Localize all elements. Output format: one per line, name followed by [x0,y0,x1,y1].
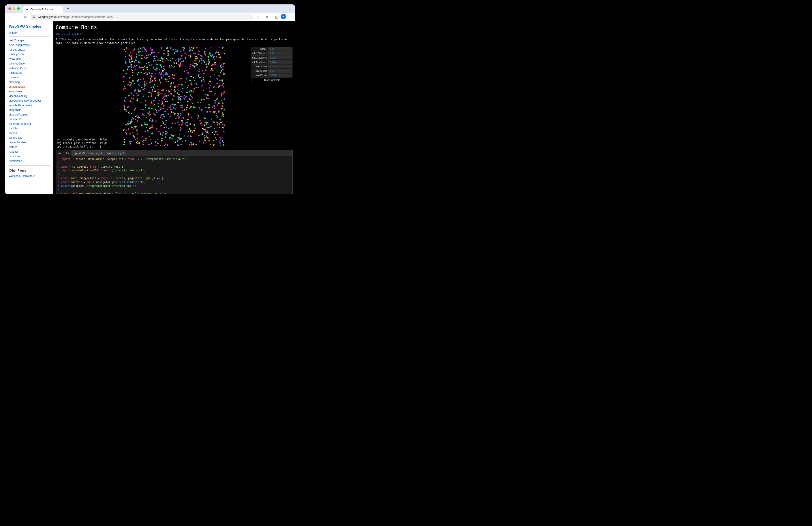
gui-value-input[interactable]: 0.1 [268,52,292,55]
gui-label: rule3Scale [251,74,268,76]
menu-kebab-icon[interactable]: ⋮ [287,14,293,20]
back-button[interactable]: ← [7,14,13,20]
url-domain: webgpu.github.io [38,15,60,18]
new-tab-button[interactable]: + [65,5,71,12]
sidebar-item-twoCubes[interactable]: twoCubes [9,57,20,60]
sidebar-item-A-buffer[interactable]: A-buffer [9,150,18,153]
sidebar-other-list: Workload Simulator ↗ [9,173,50,178]
extensions-icon[interactable]: ⧉ [264,14,270,20]
browser-tabstrip: 🗲 Compute Boids - WebGPU S × + ⌄ [5,4,295,13]
sidebar-other-heading: Other Pages [9,169,50,172]
gui-value-input[interactable]: 0.05 [268,69,292,73]
profile-avatar[interactable]: ● [281,14,286,19]
code-tabs: main.tsupdateSprites.wgslsprite.wgsl [56,151,292,156]
sidebar-item-particles[interactable]: particles [9,127,19,130]
sidebar-item-resizeCanvas[interactable]: resizeCanvas [9,48,25,51]
sidebar-item-animometer[interactable]: animometer [9,90,23,93]
sidebar: WebGPU Samples Github helloTrianglehello… [5,21,54,194]
sidebar-item-cubemap[interactable]: cubemap [9,81,20,84]
window-traffic-lights [8,7,21,10]
gui-label: rule2Scale [251,70,268,72]
sidepanel-icon[interactable]: ◫ [274,14,280,20]
code-area[interactable]: 1import { assert, makeSample, SampleInit… [56,156,292,194]
code-line: 4import updateSpritesWGSL from './update… [56,169,292,172]
sidebar-github-link[interactable]: Github [9,31,17,34]
sidebar-item-samplerParameters[interactable]: samplerParameters [9,104,32,107]
favicon-icon: 🗲 [26,8,29,11]
gui-row-rule2Scale[interactable]: rule2Scale0.05 [251,69,293,73]
sidebar-item-renderBundles[interactable]: renderBundles [9,141,26,144]
sidebar-item-normalMap[interactable]: normalMap [9,159,22,162]
sidebar-item-cameras[interactable]: cameras [9,76,19,79]
sidebar-item-computeBoids[interactable]: computeBoids [9,85,26,88]
dat-gui-panel: deltaT0.04rule1Distance0.1rule2Distance0… [251,47,293,82]
sidebar-item-imageBlur[interactable]: imageBlur [9,109,21,112]
sidebar-item-reversedZ[interactable]: reversedZ [9,118,21,121]
sidebar-item-fractalCube[interactable]: fractalCube [9,71,22,74]
code-line: 1import { assert, makeSample, SampleInit… [56,157,292,161]
code-tab-main.ts[interactable]: main.ts [56,151,72,156]
bookmark-star-icon[interactable]: ☆ [255,14,261,20]
gui-label: rule1Distance [251,52,268,55]
github-source-link[interactable]: See it on Github! [56,32,293,35]
window-minimize-icon[interactable] [13,7,15,10]
sidebar-item-texturedCube[interactable]: texturedCube [9,62,25,65]
gui-close-button[interactable]: Close Controls [251,78,293,82]
sidebar-item-videoUploadingWebCodecs[interactable]: videoUploadingWebCodecs [9,99,42,102]
gui-row-deltaT[interactable]: deltaT0.04 [251,47,293,51]
gui-row-rule1Scale[interactable]: rule1Scale0.02 [251,65,293,69]
code-tab-sprite.wgsl[interactable]: sprite.wgsl [105,151,127,156]
sidebar-item-Workload Simulator ↗[interactable]: Workload Simulator ↗ [9,174,35,177]
gui-label: rule3Distance [251,61,268,63]
code-line: 3import spriteWGSL from './sprite.wgsl'; [56,165,292,169]
boid-canvas [124,47,225,146]
code-line: 7 const adapter = await navigator.gpu.re… [56,181,292,184]
toolbar-right: ⧉ ◫ ● ⋮ [262,14,293,20]
tab-overflow-icon[interactable]: ⌄ [287,6,293,11]
browser-tab[interactable]: 🗲 Compute Boids - WebGPU S × [24,6,63,13]
url-path: /webgpu-samples/samples/computeBoids [60,15,113,18]
code-tab-updateSprites.wgsl[interactable]: updateSprites.wgsl [72,151,105,156]
sidebar-item-helloTriangle[interactable]: helloTriangle [9,39,24,42]
sidebar-item-instancedCube[interactable]: instancedCube [9,67,27,70]
forward-button[interactable]: → [15,14,21,20]
page-content: WebGPU Samples Github helloTrianglehello… [5,21,295,194]
gui-value-input[interactable]: 0.04 [268,47,292,51]
gui-value-input[interactable]: 0.02 [268,65,292,68]
sidebar-item-cornell[interactable]: cornell [9,132,17,135]
browser-toolbar: ← → ⟳ ⇄ webgpu.github.io/webgpu-samples/… [5,13,295,21]
sidebar-item-rotatingCube[interactable]: rotatingCube [9,53,24,56]
reload-button[interactable]: ⟳ [22,14,28,20]
main-panel: Compute Boids See it on Github! A GPU co… [54,21,295,194]
sidebar-item-worker[interactable]: worker [9,145,17,148]
gui-row-rule3Distance[interactable]: rule3Distance0.025 [251,60,293,65]
sidebar-item-helloTriangleMSAA[interactable]: helloTriangleMSAA [9,43,31,47]
canvas-region: deltaT0.04rule1Distance0.1rule2Distance0… [56,47,293,146]
window-close-icon[interactable] [9,7,11,10]
sidebar-item-gameOfLife[interactable]: gameOfLife [9,136,23,139]
sidebar-item-bitonicSort[interactable]: bitonicSort [9,155,21,158]
omnibox[interactable]: ⇄ webgpu.github.io/webgpu-samples/sample… [30,14,253,20]
sidebar-item-deferredRendering[interactable]: deferredRendering [9,122,31,125]
code-line: 6const init: SampleInit = async ({ canva… [56,176,292,180]
gui-label: rule1Scale [251,65,268,68]
browser-window: 🗲 Compute Boids - WebGPU S × + ⌄ ← → ⟳ ⇄… [5,4,295,194]
code-panel: main.tsupdateSprites.wgslsprite.wgsl 1im… [56,150,293,194]
gui-row-rule2Distance[interactable]: rule2Distance0.025 [251,56,293,60]
page-title: Compute Boids [56,24,293,30]
sidebar-list: helloTrianglehelloTriangleMSAAresizeCanv… [9,38,50,163]
gui-row-rule1Distance[interactable]: rule1Distance0.1 [251,51,293,56]
gui-value-input[interactable]: 0.025 [268,56,292,59]
gui-value-input[interactable]: 0.005 [268,73,292,77]
site-info-icon[interactable]: ⇄ [32,15,36,19]
gui-value-input[interactable]: 0.025 [268,60,292,64]
tab-close-icon[interactable]: × [59,8,61,11]
sidebar-item-shadowMapping[interactable]: shadowMapping [9,113,28,116]
code-line: 10 const hasTimestampQuery = adapter.fea… [56,192,292,194]
window-zoom-icon[interactable] [17,7,20,10]
code-line: 2 [56,161,292,165]
sidebar-title[interactable]: WebGPU Samples [9,24,50,29]
code-line: 5 [56,173,292,176]
sidebar-item-videoUploading[interactable]: videoUploading [9,95,27,98]
gui-row-rule3Scale[interactable]: rule3Scale0.005 [251,73,293,78]
